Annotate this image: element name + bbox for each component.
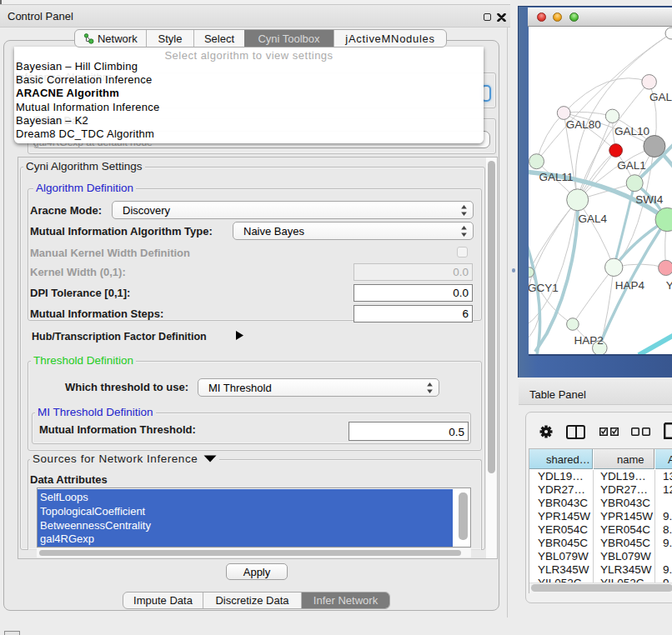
svg-text:HAP4: HAP4: [615, 279, 645, 292]
svg-text:GAL10: GAL10: [614, 125, 649, 138]
svg-text:GAL7: GAL7: [649, 91, 672, 103]
svg-text:GCY1: GCY1: [529, 282, 559, 294]
svg-text:YJL219W: YJL219W: [666, 279, 672, 292]
svg-text:GAL80: GAL80: [566, 118, 601, 131]
svg-text:HAP2: HAP2: [574, 334, 603, 347]
svg-text:GAL4: GAL4: [579, 212, 608, 225]
svg-text:SWI4: SWI4: [635, 193, 663, 206]
svg-text:GAL11: GAL11: [539, 171, 574, 183]
svg-text:GAL1: GAL1: [617, 159, 646, 172]
